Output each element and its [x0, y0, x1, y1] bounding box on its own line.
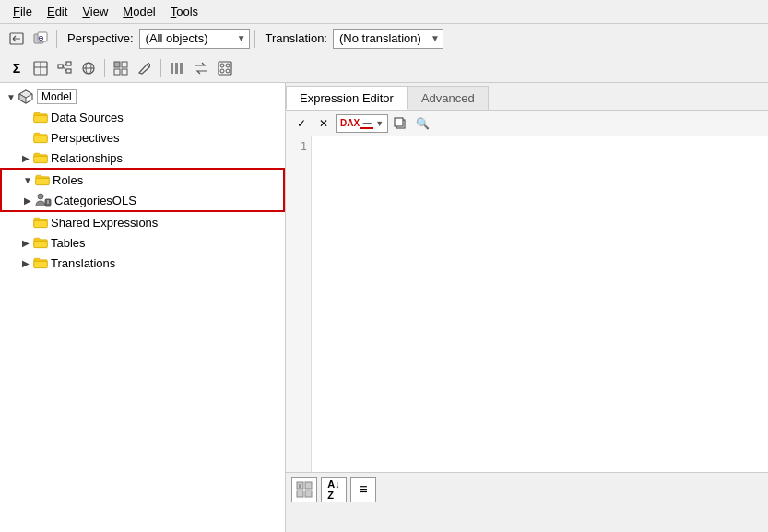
menu-edit[interactable]: Edit: [40, 3, 75, 20]
translation-select-wrapper[interactable]: (No translation) ▼: [333, 29, 443, 49]
model-expander[interactable]: ▼: [4, 89, 18, 104]
shared-expressions-label: Shared Expressions: [51, 216, 158, 230]
search-button[interactable]: 🔍: [412, 113, 432, 134]
menu-tools[interactable]: Tools: [163, 3, 206, 20]
tab-advanced-label: Advanced: [421, 91, 475, 105]
forward-icon[interactable]: ⊕: [30, 28, 52, 50]
translation-select[interactable]: (No translation): [333, 29, 443, 49]
table-icon[interactable]: [30, 57, 52, 79]
roles-group: ▼ Roles ▶ CategoriesOLS: [0, 168, 285, 212]
svg-rect-9: [66, 69, 71, 73]
svg-rect-21: [180, 63, 183, 74]
right-panel: Expression Editor Advanced ✓ ✕ DAX — ▼: [286, 83, 768, 532]
relationships-expander[interactable]: ▶: [18, 150, 33, 165]
tree-root-model[interactable]: ▼ Model: [0, 87, 285, 107]
tree-item-tables[interactable]: ▶ Tables: [0, 232, 285, 253]
relationships-label: Relationships: [51, 151, 123, 165]
translations-expander[interactable]: ▶: [18, 255, 33, 270]
search-icon: 🔍: [416, 117, 430, 130]
separator2: [254, 30, 255, 48]
menu-model[interactable]: Model: [115, 3, 162, 20]
expression-editor-toolbar: ✓ ✕ DAX — ▼ 🔍: [286, 111, 768, 136]
grid-table-button[interactable]: [291, 477, 317, 502]
roles-expander[interactable]: ▼: [20, 172, 35, 187]
menu-file[interactable]: File: [6, 3, 40, 20]
separator4: [160, 59, 161, 77]
model-label: Model: [37, 89, 77, 104]
svg-rect-39: [305, 491, 312, 497]
sort-button[interactable]: A↓Z: [321, 477, 347, 502]
cancel-button[interactable]: ✕: [313, 113, 334, 134]
back-icon[interactable]: [6, 28, 28, 50]
lines-icon: ≡: [359, 482, 367, 497]
circle-grid-icon[interactable]: [214, 57, 236, 79]
line-numbers: 1: [286, 136, 312, 472]
tree-item-roles[interactable]: ▼ Roles: [2, 170, 283, 190]
svg-text:⊕: ⊕: [38, 34, 44, 42]
toolbar-row2: [0, 53, 768, 83]
svg-rect-15: [114, 62, 120, 67]
dax-button[interactable]: DAX — ▼: [336, 114, 388, 133]
roles-label: Roles: [53, 173, 83, 187]
svg-rect-20: [175, 63, 178, 74]
svg-point-25: [220, 69, 224, 73]
tab-advanced[interactable]: Advanced: [408, 86, 489, 110]
perspectives-folder-icon: [33, 131, 48, 144]
data-sources-folder-icon: [33, 111, 48, 124]
dax-label: DAX: [340, 118, 360, 128]
translations-folder-icon: [33, 256, 48, 269]
svg-rect-18: [122, 69, 127, 75]
tree-item-relationships[interactable]: ▶ Relationships: [0, 148, 285, 168]
categories-ols-label: CategoriesOLS: [54, 194, 136, 207]
tab-expression-editor-label: Expression Editor: [300, 91, 394, 105]
tables-label: Tables: [51, 236, 86, 250]
dax-dropdown-arrow: ▼: [375, 119, 384, 128]
tables-folder-icon: [33, 236, 48, 249]
perspective-select-wrapper[interactable]: (All objects) ▼: [139, 29, 250, 49]
copy-icon-btn[interactable]: [390, 113, 410, 134]
svg-point-23: [220, 64, 224, 67]
check-icon: ✓: [297, 117, 306, 130]
expression-editor-area[interactable]: [312, 136, 768, 472]
categories-ols-expander[interactable]: ▶: [20, 193, 35, 207]
check-button[interactable]: ✓: [291, 113, 312, 134]
x-icon: ✕: [319, 117, 328, 130]
svg-rect-31: [45, 199, 51, 206]
svg-rect-38: [297, 491, 303, 497]
shared-expressions-folder-icon: [33, 216, 48, 229]
relationships-folder-icon: [33, 151, 48, 164]
translations-label: Translations: [51, 256, 115, 270]
menu-view[interactable]: View: [75, 3, 115, 20]
tree-panel[interactable]: ▼ Model Data Sources: [0, 83, 286, 532]
perspective-label: Perspective:: [67, 31, 134, 45]
tables-expander[interactable]: ▶: [18, 235, 33, 250]
translation-label: Translation:: [266, 31, 327, 45]
svg-rect-22: [219, 62, 231, 75]
main-content: ▼ Model Data Sources: [0, 83, 768, 532]
tree-item-translations[interactable]: ▶ Translations: [0, 253, 285, 273]
svg-point-24: [226, 64, 230, 67]
separator1: [56, 30, 57, 48]
swap-icon[interactable]: [190, 57, 212, 79]
perspectives-label: Perspectives: [51, 131, 119, 145]
az-sort-icon: A↓Z: [327, 479, 339, 501]
perspective-select[interactable]: (All objects): [139, 29, 250, 49]
grid-icon[interactable]: [110, 57, 132, 79]
line-number-1: 1: [286, 140, 307, 153]
tree-item-categories-ols[interactable]: ▶ CategoriesOLS: [2, 190, 283, 210]
sphere-icon[interactable]: [77, 57, 100, 79]
tabs-row: Expression Editor Advanced: [286, 83, 768, 111]
model-cube-icon: [18, 89, 33, 105]
bottom-panel: A↓Z ≡: [286, 472, 768, 532]
diagram-icon[interactable]: [53, 57, 76, 79]
lines-button[interactable]: ≡: [350, 477, 376, 502]
sigma-icon[interactable]: [6, 57, 28, 79]
tree-item-perspectives[interactable]: Perspectives: [0, 127, 285, 148]
tree-item-shared-expressions[interactable]: Shared Expressions: [0, 212, 285, 232]
tree-item-data-sources[interactable]: Data Sources: [0, 107, 285, 127]
svg-rect-8: [66, 62, 71, 65]
roles-folder-icon: [35, 173, 50, 186]
tab-expression-editor[interactable]: Expression Editor: [286, 86, 408, 110]
columns-icon[interactable]: [166, 57, 188, 79]
pencil-icon[interactable]: [134, 57, 156, 79]
